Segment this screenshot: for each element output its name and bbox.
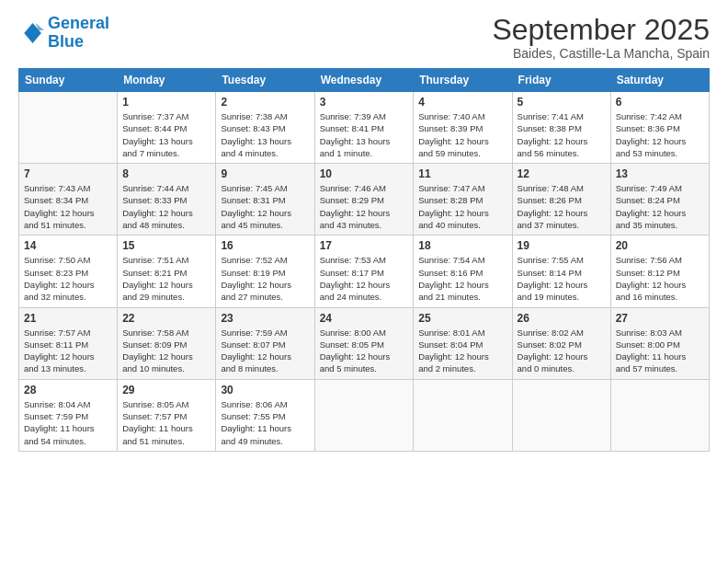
day-info: Sunrise: 7:56 AM Sunset: 8:12 PM Dayligh… xyxy=(616,254,704,303)
day-info: Sunrise: 8:04 AM Sunset: 7:59 PM Dayligh… xyxy=(24,398,112,447)
day-info: Sunrise: 7:55 AM Sunset: 8:14 PM Dayligh… xyxy=(518,254,606,303)
header: General Blue September 2025 Baides, Cast… xyxy=(18,15,710,61)
day-number: 17 xyxy=(320,239,409,252)
table-row: 13Sunrise: 7:49 AM Sunset: 8:24 PM Dayli… xyxy=(610,164,709,236)
logo-icon xyxy=(18,20,44,46)
day-number: 26 xyxy=(518,312,606,325)
table-row: 24Sunrise: 8:00 AM Sunset: 8:05 PM Dayli… xyxy=(314,307,414,379)
col-sunday: Sunday xyxy=(19,69,118,92)
day-number: 25 xyxy=(418,312,506,325)
day-number: 22 xyxy=(122,312,210,325)
day-info: Sunrise: 8:02 AM Sunset: 8:02 PM Dayligh… xyxy=(518,327,606,375)
table-row: 12Sunrise: 7:48 AM Sunset: 8:26 PM Dayli… xyxy=(512,164,610,236)
month-title: September 2025 xyxy=(492,15,710,44)
table-row: 1Sunrise: 7:37 AM Sunset: 8:44 PM Daylig… xyxy=(118,92,216,164)
day-info: Sunrise: 7:45 AM Sunset: 8:31 PM Dayligh… xyxy=(221,182,309,231)
col-tuesday: Tuesday xyxy=(216,69,314,92)
day-info: Sunrise: 7:48 AM Sunset: 8:26 PM Dayligh… xyxy=(518,182,606,231)
table-row: 15Sunrise: 7:51 AM Sunset: 8:21 PM Dayli… xyxy=(118,236,216,307)
day-info: Sunrise: 7:38 AM Sunset: 8:43 PM Dayligh… xyxy=(221,110,309,159)
table-row: 11Sunrise: 7:47 AM Sunset: 8:28 PM Dayli… xyxy=(414,164,512,236)
table-row: 14Sunrise: 7:50 AM Sunset: 8:23 PM Dayli… xyxy=(19,236,118,307)
day-number: 21 xyxy=(24,312,112,325)
table-row: 21Sunrise: 7:57 AM Sunset: 8:11 PM Dayli… xyxy=(19,307,118,379)
day-info: Sunrise: 7:41 AM Sunset: 8:38 PM Dayligh… xyxy=(518,110,606,159)
calendar-row: 7Sunrise: 7:43 AM Sunset: 8:34 PM Daylig… xyxy=(19,164,710,236)
day-info: Sunrise: 7:54 AM Sunset: 8:16 PM Dayligh… xyxy=(418,254,506,303)
day-info: Sunrise: 8:00 AM Sunset: 8:05 PM Dayligh… xyxy=(320,327,409,375)
logo-text: General Blue xyxy=(48,15,109,52)
day-number: 29 xyxy=(122,384,210,396)
table-row: 10Sunrise: 7:46 AM Sunset: 8:29 PM Dayli… xyxy=(314,164,414,236)
calendar-row: 14Sunrise: 7:50 AM Sunset: 8:23 PM Dayli… xyxy=(19,236,710,307)
day-number: 7 xyxy=(24,167,112,180)
col-wednesday: Wednesday xyxy=(314,69,414,92)
day-number: 9 xyxy=(221,167,309,180)
table-row xyxy=(610,379,709,451)
table-row: 25Sunrise: 8:01 AM Sunset: 8:04 PM Dayli… xyxy=(414,307,512,379)
day-info: Sunrise: 7:51 AM Sunset: 8:21 PM Dayligh… xyxy=(122,254,210,303)
day-number: 14 xyxy=(24,239,112,252)
day-info: Sunrise: 7:57 AM Sunset: 8:11 PM Dayligh… xyxy=(24,327,112,375)
table-row: 16Sunrise: 7:52 AM Sunset: 8:19 PM Dayli… xyxy=(216,236,314,307)
title-block: September 2025 Baides, Castille-La Manch… xyxy=(492,15,710,61)
table-row xyxy=(414,379,512,451)
day-info: Sunrise: 7:40 AM Sunset: 8:39 PM Dayligh… xyxy=(418,110,506,159)
col-saturday: Saturday xyxy=(610,69,709,92)
day-number: 20 xyxy=(616,239,704,252)
page-container: General Blue September 2025 Baides, Cast… xyxy=(0,0,728,461)
day-info: Sunrise: 8:01 AM Sunset: 8:04 PM Dayligh… xyxy=(418,327,506,375)
day-info: Sunrise: 7:50 AM Sunset: 8:23 PM Dayligh… xyxy=(24,254,112,303)
day-info: Sunrise: 7:59 AM Sunset: 8:07 PM Dayligh… xyxy=(221,327,309,375)
day-info: Sunrise: 7:43 AM Sunset: 8:34 PM Dayligh… xyxy=(24,182,112,231)
table-row: 28Sunrise: 8:04 AM Sunset: 7:59 PM Dayli… xyxy=(19,379,118,451)
day-number: 18 xyxy=(418,239,506,252)
day-number: 11 xyxy=(418,167,506,180)
day-number: 19 xyxy=(518,239,606,252)
day-info: Sunrise: 7:53 AM Sunset: 8:17 PM Dayligh… xyxy=(320,254,409,303)
table-row: 17Sunrise: 7:53 AM Sunset: 8:17 PM Dayli… xyxy=(314,236,414,307)
col-monday: Monday xyxy=(118,69,216,92)
day-number: 13 xyxy=(616,167,704,180)
table-row: 6Sunrise: 7:42 AM Sunset: 8:36 PM Daylig… xyxy=(610,92,709,164)
calendar-row: 21Sunrise: 7:57 AM Sunset: 8:11 PM Dayli… xyxy=(19,307,710,379)
day-number: 10 xyxy=(320,167,409,180)
table-row xyxy=(19,92,118,164)
table-row: 3Sunrise: 7:39 AM Sunset: 8:41 PM Daylig… xyxy=(314,92,414,164)
day-number: 30 xyxy=(221,384,309,396)
table-row xyxy=(512,379,610,451)
day-number: 3 xyxy=(320,96,409,109)
table-row: 4Sunrise: 7:40 AM Sunset: 8:39 PM Daylig… xyxy=(414,92,512,164)
table-row: 19Sunrise: 7:55 AM Sunset: 8:14 PM Dayli… xyxy=(512,236,610,307)
day-number: 27 xyxy=(616,312,704,325)
table-row: 29Sunrise: 8:05 AM Sunset: 7:57 PM Dayli… xyxy=(118,379,216,451)
table-row: 30Sunrise: 8:06 AM Sunset: 7:55 PM Dayli… xyxy=(216,379,314,451)
logo-line1: General xyxy=(48,14,109,32)
table-row: 26Sunrise: 8:02 AM Sunset: 8:02 PM Dayli… xyxy=(512,307,610,379)
day-number: 16 xyxy=(221,239,309,252)
day-info: Sunrise: 7:46 AM Sunset: 8:29 PM Dayligh… xyxy=(320,182,409,231)
calendar-row: 1Sunrise: 7:37 AM Sunset: 8:44 PM Daylig… xyxy=(19,92,710,164)
table-row: 22Sunrise: 7:58 AM Sunset: 8:09 PM Dayli… xyxy=(118,307,216,379)
day-info: Sunrise: 7:52 AM Sunset: 8:19 PM Dayligh… xyxy=(221,254,309,303)
day-number: 8 xyxy=(122,167,210,180)
day-info: Sunrise: 7:47 AM Sunset: 8:28 PM Dayligh… xyxy=(418,182,506,231)
day-number: 6 xyxy=(616,96,704,109)
logo-line2: Blue xyxy=(48,32,84,51)
day-number: 24 xyxy=(320,312,409,325)
logo: General Blue xyxy=(18,15,109,52)
col-thursday: Thursday xyxy=(414,69,512,92)
day-info: Sunrise: 7:39 AM Sunset: 8:41 PM Dayligh… xyxy=(320,110,409,159)
day-number: 15 xyxy=(122,239,210,252)
table-row: 23Sunrise: 7:59 AM Sunset: 8:07 PM Dayli… xyxy=(216,307,314,379)
day-number: 1 xyxy=(122,96,210,109)
table-row: 18Sunrise: 7:54 AM Sunset: 8:16 PM Dayli… xyxy=(414,236,512,307)
day-number: 4 xyxy=(418,96,506,109)
day-info: Sunrise: 8:05 AM Sunset: 7:57 PM Dayligh… xyxy=(122,398,210,447)
day-number: 12 xyxy=(518,167,606,180)
location: Baides, Castille-La Mancha, Spain xyxy=(492,46,710,61)
day-number: 23 xyxy=(221,312,309,325)
day-info: Sunrise: 7:42 AM Sunset: 8:36 PM Dayligh… xyxy=(616,110,704,159)
table-row: 7Sunrise: 7:43 AM Sunset: 8:34 PM Daylig… xyxy=(19,164,118,236)
table-row: 20Sunrise: 7:56 AM Sunset: 8:12 PM Dayli… xyxy=(610,236,709,307)
